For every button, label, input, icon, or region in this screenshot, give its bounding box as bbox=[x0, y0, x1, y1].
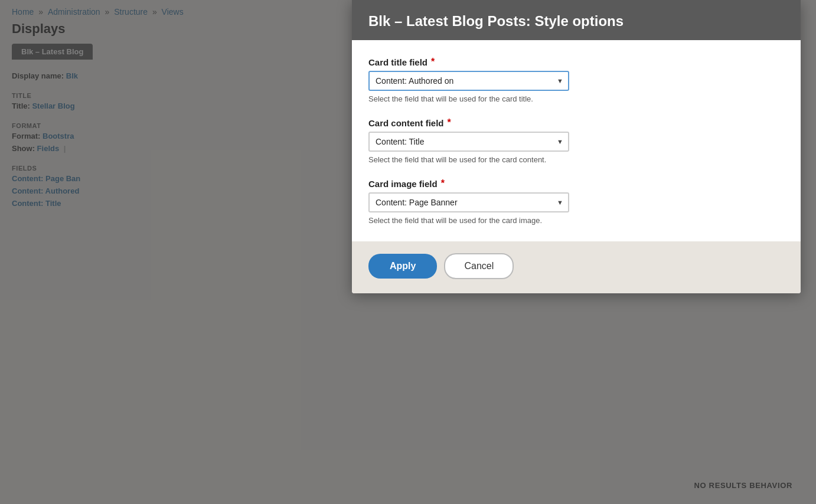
modal-title: Blk – Latest Blog Posts: Style options bbox=[368, 13, 784, 30]
cancel-button[interactable]: Cancel bbox=[444, 253, 514, 279]
card-title-field-group: Card title field * Content: Authored on … bbox=[368, 57, 784, 103]
card-image-label: Card image field * bbox=[368, 178, 784, 189]
card-image-help: Select the field that will be used for t… bbox=[368, 216, 784, 225]
card-title-select-wrapper: Content: Authored on Content: Title Cont… bbox=[368, 71, 569, 91]
card-title-label: Card title field * bbox=[368, 57, 784, 67]
card-title-required: * bbox=[431, 57, 435, 67]
card-image-field-group: Card image field * Content: Page Banner … bbox=[368, 178, 784, 225]
modal-footer: Apply Cancel bbox=[352, 241, 801, 293]
card-content-select[interactable]: Content: Title Content: Authored on Cont… bbox=[368, 132, 569, 152]
card-image-select[interactable]: Content: Page Banner Content: Title Cont… bbox=[368, 192, 569, 212]
modal-overlay: Blk – Latest Blog Posts: Style options C… bbox=[0, 0, 816, 504]
card-image-required: * bbox=[441, 178, 445, 189]
card-title-select[interactable]: Content: Authored on Content: Title Cont… bbox=[368, 71, 569, 91]
card-content-field-group: Card content field * Content: Title Cont… bbox=[368, 117, 784, 164]
modal-dialog: Blk – Latest Blog Posts: Style options C… bbox=[352, 0, 801, 293]
card-content-select-wrapper: Content: Title Content: Authored on Cont… bbox=[368, 132, 569, 152]
card-content-label: Card content field * bbox=[368, 117, 784, 128]
card-content-help: Select the field that will be used for t… bbox=[368, 155, 784, 164]
apply-button[interactable]: Apply bbox=[368, 254, 437, 279]
card-image-select-wrapper: Content: Page Banner Content: Title Cont… bbox=[368, 192, 569, 212]
modal-body: Card title field * Content: Authored on … bbox=[352, 40, 801, 225]
modal-header: Blk – Latest Blog Posts: Style options bbox=[352, 0, 801, 40]
card-title-help: Select the field that will be used for t… bbox=[368, 94, 784, 103]
card-content-required: * bbox=[448, 117, 451, 128]
